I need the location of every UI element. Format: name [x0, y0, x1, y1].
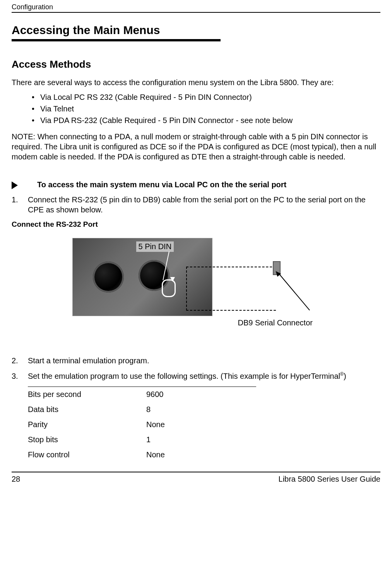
db9-label: DB9 Serial Connector	[238, 318, 313, 327]
step-number: 3.	[12, 371, 21, 381]
page-number: 28	[12, 475, 20, 484]
step-text: Start a terminal emulation program.	[28, 356, 149, 366]
step-1: 1. Connect the RS-232 (5 pin din to DB9)…	[12, 195, 380, 215]
din-label: 5 Pin DIN	[136, 241, 174, 252]
setting-value: 1	[146, 435, 151, 444]
figure: 5 Pin DIN DB9 Serial Connector	[12, 238, 380, 339]
setting-key: Parity	[28, 420, 146, 429]
step-3: 3. Set the emulation program to use the …	[12, 371, 380, 381]
intro-paragraph: There are several ways to access the con…	[12, 77, 380, 87]
procedure-title: To access the main system menu via Local…	[37, 180, 286, 189]
settings-table: Bits per second 9600 Data bits 8 Parity …	[28, 387, 256, 462]
step-text: Set the emulation program to use the fol…	[28, 371, 346, 381]
callout-line	[279, 274, 310, 310]
procedure-heading: To access the main system menu via Local…	[12, 180, 380, 189]
table-row: Data bits 8	[28, 402, 256, 417]
step-text: Connect the RS-232 (5 pin din to DB9) ca…	[28, 195, 380, 215]
ethernet-port-icon	[93, 262, 124, 292]
din-plug-icon	[162, 279, 176, 297]
arrow-right-icon	[12, 181, 18, 189]
table-row: Flow control None	[28, 447, 256, 462]
bullet-list: Via Local PC RS 232 (Cable Required - 5 …	[12, 91, 380, 126]
setting-key: Flow control	[28, 450, 146, 459]
title-rule	[12, 39, 221, 41]
setting-value: None	[146, 450, 165, 459]
page-footer: 28 Libra 5800 Series User Guide	[12, 472, 380, 484]
setting-value: None	[146, 420, 165, 429]
step-number: 1.	[12, 195, 21, 215]
setting-value: 8	[146, 405, 151, 414]
step-2: 2. Start a terminal emulation program.	[12, 356, 380, 366]
setting-key: Stop bits	[28, 435, 146, 444]
page-title: Accessing the Main Menus	[12, 24, 380, 37]
setting-key: Bits per second	[28, 390, 146, 399]
figure-caption: Connect the RS-232 Port	[12, 220, 380, 229]
table-row: Parity None	[28, 417, 256, 432]
running-header: Configuration	[12, 3, 380, 13]
step-number: 2.	[12, 356, 21, 366]
list-item: Via Telnet	[12, 103, 380, 115]
setting-value: 9600	[146, 390, 164, 399]
registered-mark: ®	[340, 371, 344, 377]
table-row: Stop bits 1	[28, 432, 256, 447]
setting-key: Data bits	[28, 405, 146, 414]
table-row: Bits per second 9600	[28, 387, 256, 402]
list-item: Via Local PC RS 232 (Cable Required - 5 …	[12, 91, 380, 103]
list-item: Via PDA RS-232 (Cable Required - 5 Pin D…	[12, 115, 380, 126]
note-paragraph: NOTE: When connecting to a PDA, a null m…	[12, 132, 380, 162]
guide-title: Libra 5800 Series User Guide	[279, 475, 380, 484]
subsection-heading: Access Methods	[12, 58, 380, 70]
cable-dashed-box	[186, 267, 276, 311]
